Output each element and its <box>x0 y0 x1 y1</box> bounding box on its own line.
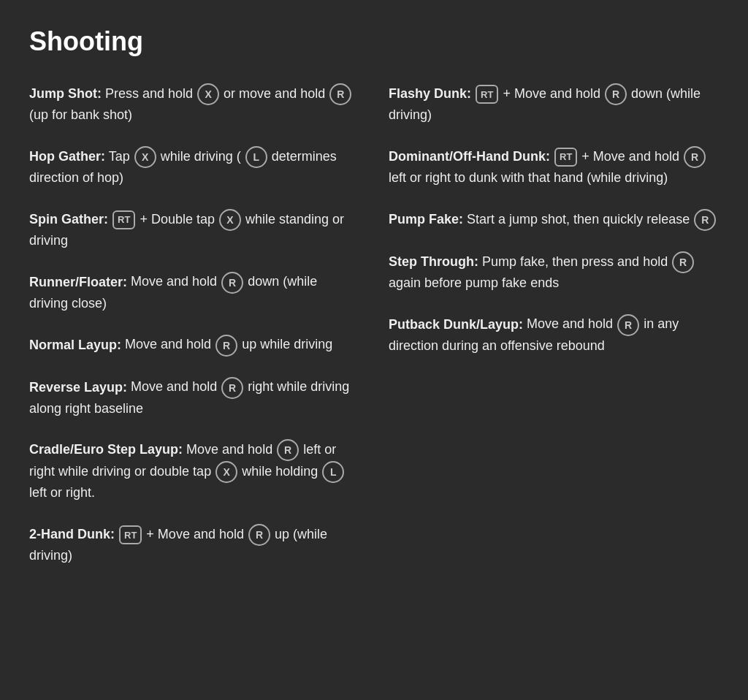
move-label: Putback Dunk/Layup: <box>389 316 523 331</box>
list-item: Spin Gather: RT + Double tap X while sta… <box>29 209 359 251</box>
move-label: Reverse Layup: <box>29 379 127 394</box>
r-stick: R <box>605 83 627 105</box>
list-item: Jump Shot: Press and hold X or move and … <box>29 83 359 126</box>
content-area: Jump Shot: Press and hold X or move and … <box>29 83 719 566</box>
page-title: Shooting <box>29 22 719 61</box>
r-stick: R <box>617 314 639 336</box>
list-item: Hop Gather: Tap X while driving ( L dete… <box>29 146 359 189</box>
rt-button: RT <box>476 85 498 104</box>
move-label: Step Through: <box>389 254 478 269</box>
list-item: Normal Layup: Move and hold R up while d… <box>29 335 359 357</box>
r-stick: R <box>329 83 351 105</box>
move-label: Spin Gather: <box>29 212 108 227</box>
l-stick: L <box>322 461 344 483</box>
move-label: Normal Layup: <box>29 337 121 351</box>
move-label: Hop Gather: <box>29 149 105 164</box>
move-text: Move and hold R up while driving <box>125 337 332 351</box>
move-label: Dominant/Off-Hand Dunk: <box>389 149 550 164</box>
right-column: Flashy Dunk: RT + Move and hold R down (… <box>389 83 719 566</box>
list-item: Reverse Layup: Move and hold R right whi… <box>29 377 359 419</box>
list-item: Dominant/Off-Hand Dunk: RT + Move and ho… <box>389 146 719 189</box>
list-item: Flashy Dunk: RT + Move and hold R down (… <box>389 83 719 126</box>
list-item: Cradle/Euro Step Layup: Move and hold R … <box>29 439 359 503</box>
move-text: Start a jump shot, then quickly release … <box>467 212 717 227</box>
r-stick: R <box>672 251 694 273</box>
left-column: Jump Shot: Press and hold X or move and … <box>29 83 359 566</box>
move-label: Cradle/Euro Step Layup: <box>29 442 183 457</box>
x-button: X <box>215 461 237 483</box>
rt-button: RT <box>119 525 142 544</box>
r-stick: R <box>221 377 243 399</box>
move-label: Runner/Floater: <box>29 274 127 289</box>
r-stick: R <box>215 335 237 357</box>
move-label: Pump Fake: <box>389 212 463 227</box>
move-label: 2-Hand Dunk: <box>29 527 115 541</box>
x-button: X <box>134 146 156 168</box>
x-button: X <box>219 209 241 231</box>
x-button: X <box>197 83 219 105</box>
rt-button: RT <box>112 210 135 229</box>
move-label: Jump Shot: <box>29 86 102 101</box>
r-stick: R <box>277 439 299 461</box>
move-label: Flashy Dunk: <box>389 86 471 101</box>
list-item: 2-Hand Dunk: RT + Move and hold R up (wh… <box>29 524 359 566</box>
list-item: Pump Fake: Start a jump shot, then quick… <box>389 209 719 231</box>
list-item: Runner/Floater: Move and hold R down (wh… <box>29 272 359 314</box>
list-item: Putback Dunk/Layup: Move and hold R in a… <box>389 314 719 357</box>
list-item: Step Through: Pump fake, then press and … <box>389 251 719 294</box>
rt-button: RT <box>554 148 577 167</box>
r-stick: R <box>221 272 243 294</box>
r-stick: R <box>694 209 716 231</box>
r-stick: R <box>248 524 270 546</box>
l-stick: L <box>245 146 267 168</box>
r-stick: R <box>684 146 706 168</box>
